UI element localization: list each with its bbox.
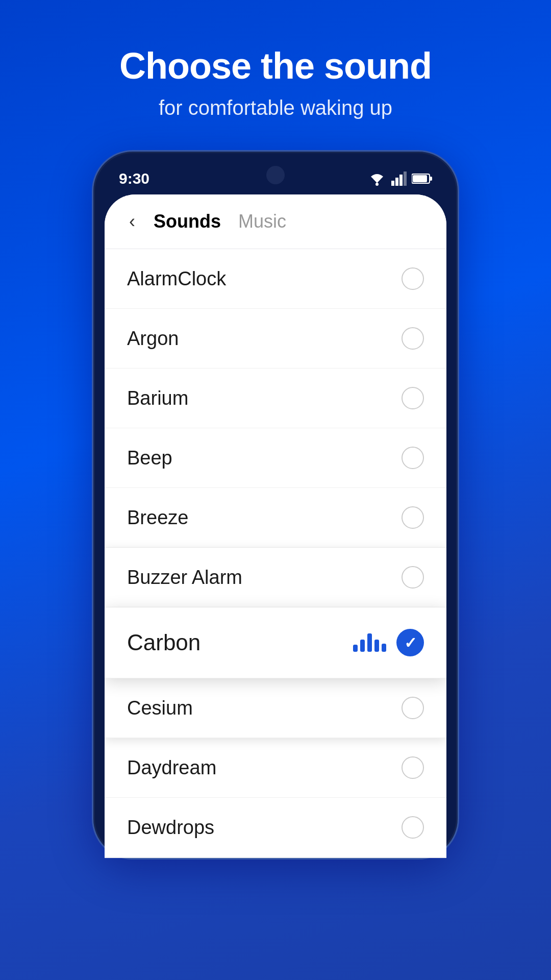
- radio-button-alarmclock[interactable]: [402, 267, 424, 290]
- sound-name-beep: Beep: [127, 447, 172, 469]
- radio-button-breeze[interactable]: [402, 506, 424, 529]
- back-button[interactable]: ‹: [123, 209, 141, 234]
- sound-item-argon[interactable]: Argon: [105, 309, 446, 369]
- radio-button-argon[interactable]: [402, 327, 424, 350]
- sound-item-dewdrops[interactable]: Dewdrops: [105, 798, 446, 857]
- sound-name-buzzer-alarm: Buzzer Alarm: [127, 567, 242, 589]
- radio-button-beep[interactable]: [402, 447, 424, 469]
- radio-button-cesium[interactable]: [402, 697, 424, 719]
- tab-music[interactable]: Music: [238, 211, 286, 232]
- radio-button-dewdrops[interactable]: [402, 816, 424, 839]
- selected-sound-icons: ✓: [353, 629, 424, 656]
- radio-button-buzzer-alarm[interactable]: [402, 566, 424, 589]
- status-icons: [368, 172, 432, 186]
- screen-header: ‹ Sounds Music: [105, 194, 446, 249]
- sound-list: AlarmClockArgonBariumBeepBreezeBuzzer Al…: [105, 249, 446, 857]
- svg-rect-2: [395, 178, 398, 186]
- sound-name-barium: Barium: [127, 387, 188, 409]
- svg-rect-4: [404, 172, 407, 186]
- radio-button-barium[interactable]: [402, 387, 424, 409]
- sound-name-daydream: Daydream: [127, 757, 216, 779]
- tab-sounds[interactable]: Sounds: [154, 211, 221, 232]
- svg-rect-7: [413, 175, 427, 182]
- status-time: 9:30: [119, 170, 149, 187]
- signal-icon: [391, 172, 407, 186]
- sound-item-carbon[interactable]: Carbon✓: [105, 607, 446, 678]
- svg-rect-1: [391, 181, 394, 186]
- sound-name-alarmclock: AlarmClock: [127, 268, 226, 290]
- phone-mockup: 9:30: [92, 150, 459, 860]
- screen: ‹ Sounds Music AlarmClockArgonBariumBeep…: [105, 194, 446, 858]
- camera-notch: [266, 166, 285, 184]
- sound-item-barium[interactable]: Barium: [105, 369, 446, 428]
- wifi-icon: [368, 172, 386, 186]
- sound-item-beep[interactable]: Beep: [105, 428, 446, 488]
- battery-icon: [412, 173, 432, 184]
- sound-item-buzzer-alarm[interactable]: Buzzer Alarm: [105, 548, 446, 607]
- sound-item-daydream[interactable]: Daydream: [105, 738, 446, 798]
- sound-name-cesium: Cesium: [127, 697, 193, 719]
- selected-check-icon: ✓: [396, 629, 424, 656]
- sound-name-breeze: Breeze: [127, 507, 188, 529]
- sound-item-alarmclock[interactable]: AlarmClock: [105, 249, 446, 309]
- svg-rect-3: [399, 175, 403, 186]
- sound-name-argon: Argon: [127, 328, 179, 350]
- sound-item-cesium[interactable]: Cesium: [105, 678, 446, 738]
- hero-subtitle: for comfortable waking up: [159, 96, 392, 119]
- sound-item-breeze[interactable]: Breeze: [105, 488, 446, 548]
- sound-name-carbon: Carbon: [127, 630, 201, 655]
- sound-name-dewdrops: Dewdrops: [127, 817, 214, 839]
- radio-button-daydream[interactable]: [402, 756, 424, 779]
- hero-title: Choose the sound: [119, 46, 432, 86]
- playing-icon: [353, 633, 386, 652]
- svg-rect-6: [430, 177, 432, 181]
- svg-point-0: [375, 183, 379, 186]
